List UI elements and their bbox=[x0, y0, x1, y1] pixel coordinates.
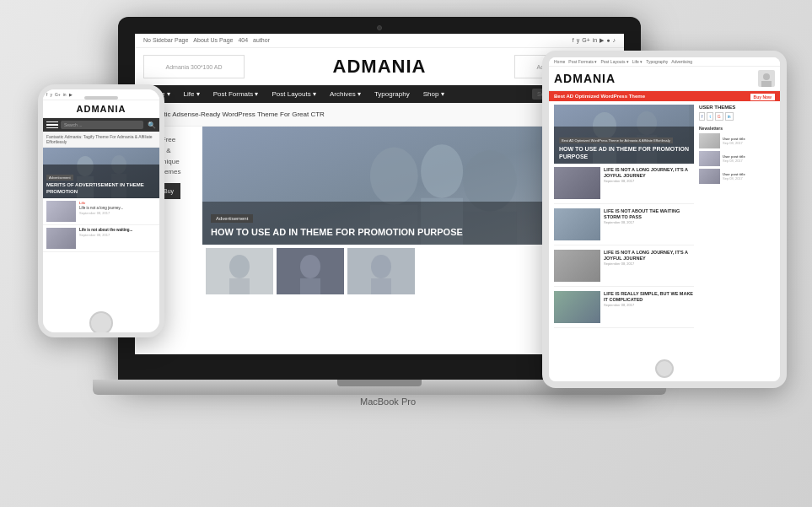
tablet-logo: ADMANIA bbox=[554, 72, 616, 85]
tablet-nav-advertising[interactable]: Advertising bbox=[671, 59, 692, 64]
tablet-nav-life[interactable]: Life ▾ bbox=[632, 59, 643, 64]
tablet-li-icon: in bbox=[725, 112, 734, 121]
tablet-user-3: User post title Sep 08, 2017 bbox=[699, 169, 775, 184]
post-thumbnail-2[interactable] bbox=[277, 248, 344, 294]
phone-search-placeholder: Search ... bbox=[64, 122, 82, 127]
hamburger-icon[interactable] bbox=[46, 121, 58, 129]
post-image-3 bbox=[347, 248, 415, 294]
instagram-icon[interactable]: ● bbox=[606, 37, 610, 44]
phone-search-bar[interactable]: Search ... bbox=[61, 121, 143, 129]
nav-item-archives[interactable]: Archives ▾ bbox=[326, 85, 364, 103]
macbook-camera bbox=[377, 25, 382, 30]
phone-search-icon[interactable]: 🔍 bbox=[148, 121, 156, 129]
header-ad-left: Admania 300*100 AD bbox=[143, 55, 245, 78]
nav-item-life[interactable]: Life ▾ bbox=[180, 85, 203, 103]
tablet-fb-icon: f bbox=[699, 112, 705, 121]
nav-item-shop[interactable]: Shop ▾ bbox=[420, 85, 448, 103]
tablet-sidebar-section: Newsletters bbox=[699, 126, 775, 131]
macbook-model-label: MacBook Pro bbox=[360, 396, 416, 407]
nav-item-post-layouts[interactable]: Post Layouts ▾ bbox=[268, 85, 319, 103]
tablet-nav-home[interactable]: Home bbox=[554, 59, 565, 64]
tablet-user-1: User post title Sep 08, 2017 bbox=[699, 133, 775, 148]
rss-icon[interactable]: ♪ bbox=[613, 37, 616, 44]
site-logo: ADMANIA bbox=[333, 56, 427, 78]
topbar-link[interactable]: 404 bbox=[238, 37, 248, 44]
topbar-social-icons: f y G+ in ▶ ● ♪ bbox=[573, 37, 616, 44]
phone-speaker bbox=[84, 96, 118, 100]
phone-gp-icon: G+ bbox=[55, 92, 61, 97]
nav-item-post-formats[interactable]: Post Formats ▾ bbox=[210, 85, 262, 103]
svg-rect-12 bbox=[300, 278, 320, 294]
tablet-home-button[interactable] bbox=[655, 359, 674, 378]
tablet-banner-text: Best AD Optimized WordPress Theme bbox=[554, 94, 645, 99]
tablet-post-thumb-1 bbox=[554, 167, 600, 199]
gplus-icon[interactable]: G+ bbox=[582, 37, 590, 44]
phone-post-info-1: Life Life is not a long journey... Septe… bbox=[79, 201, 123, 222]
tablet-user-thumb-2 bbox=[699, 151, 720, 166]
phone-fb-icon: f bbox=[46, 92, 47, 97]
svg-rect-15 bbox=[371, 278, 391, 294]
post-thumbnail-3[interactable] bbox=[347, 248, 415, 294]
tablet-screen: Home Post Formats ▾ Post Layouts ▾ Life … bbox=[549, 57, 780, 381]
tablet-sidebar: USER THEMES f t G in Newsletters User po… bbox=[699, 105, 775, 332]
tablet-gp-icon: G bbox=[715, 112, 723, 121]
tablet-featured: Best AD Optimized WordPress Theme for Ad… bbox=[554, 105, 694, 164]
site-topbar: No Sidebar Page About Us Page 404 author… bbox=[135, 34, 624, 48]
tablet-feat-title: HOW TO USE AD IN THEME FOR PROMOTION PUR… bbox=[559, 145, 689, 160]
tablet: Home Post Formats ▾ Post Layouts ▾ Life … bbox=[542, 51, 787, 388]
youtube-icon[interactable]: ▶ bbox=[600, 37, 604, 44]
phone-featured-image: Advertisement MERITS OF ADVERTISEMENT IN… bbox=[43, 148, 159, 198]
phone-logo: ADMANIA bbox=[48, 104, 154, 114]
topbar-link[interactable]: No Sidebar Page bbox=[143, 37, 188, 44]
tablet-post-meta-4: September 08, 2017 bbox=[604, 303, 694, 308]
tablet-header: ADMANIA bbox=[549, 67, 780, 91]
nav-item-typography[interactable]: Typography bbox=[371, 85, 413, 103]
tablet-user-2: User post title Sep 08, 2017 bbox=[699, 151, 775, 166]
tablet-nav-layouts[interactable]: Post Layouts ▾ bbox=[600, 59, 628, 64]
svg-point-11 bbox=[300, 255, 320, 278]
tablet-post-title-4: LIFE IS REALLY SIMPLE, BUT WE MAKE IT CO… bbox=[604, 291, 694, 303]
phone-banner: Fantastic Admania: Tagify Theme For Adma… bbox=[43, 132, 159, 148]
tablet-user-info-3: User post title Sep 08, 2017 bbox=[723, 172, 745, 181]
tablet-nav-formats[interactable]: Post Formats ▾ bbox=[568, 59, 597, 64]
tablet-tw-icon: t bbox=[707, 112, 713, 121]
tablet-post-thumb-4 bbox=[554, 291, 600, 323]
tablet-social-icons: f t G in bbox=[699, 112, 775, 121]
phone-menu-bar: Search ... 🔍 bbox=[43, 118, 159, 132]
tablet-post-info-1: LIFE IS NOT A LONG JOURNEY, IT'S A JOYFU… bbox=[604, 167, 694, 199]
linkedin-icon[interactable]: in bbox=[593, 37, 597, 44]
mobile-phone: f y G+ in ▶ ADMANIA Search ... 🔍 Fantast… bbox=[38, 84, 164, 337]
tablet-featured-overlay: Best AD Optimized WordPress Theme for Ad… bbox=[554, 127, 694, 164]
tablet-sidebar-title: USER THEMES bbox=[699, 105, 775, 110]
facebook-icon[interactable]: f bbox=[573, 37, 574, 44]
phone-featured-overlay: Advertisement MERITS OF ADVERTISEMENT IN… bbox=[43, 165, 159, 198]
tablet-banner: Best AD Optimized WordPress Theme Buy No… bbox=[549, 91, 780, 101]
twitter-icon[interactable]: y bbox=[577, 37, 580, 44]
tablet-main: Best AD Optimized WordPress Theme for Ad… bbox=[554, 105, 694, 332]
tablet-post-info-4: LIFE IS REALLY SIMPLE, BUT WE MAKE IT CO… bbox=[604, 291, 694, 323]
tablet-user-info-1: User post title Sep 08, 2017 bbox=[723, 137, 745, 145]
phone-li-icon: in bbox=[63, 92, 67, 97]
tablet-post-meta-1: September 08, 2017 bbox=[604, 179, 694, 184]
tablet-nav-typography[interactable]: Typography bbox=[646, 59, 668, 64]
tablet-post-thumb-2 bbox=[554, 208, 600, 240]
topbar-link[interactable]: About Us Page bbox=[193, 37, 233, 44]
topbar-link[interactable]: author bbox=[253, 37, 270, 44]
featured-badge: Advertisement bbox=[211, 214, 253, 223]
tablet-buy-button[interactable]: Buy Now bbox=[750, 94, 775, 100]
tablet-user-date-1: Sep 08, 2017 bbox=[723, 141, 745, 145]
tablet-post-item-4: LIFE IS REALLY SIMPLE, BUT WE MAKE IT CO… bbox=[554, 291, 694, 328]
tablet-nav-links: Home Post Formats ▾ Post Layouts ▾ Life … bbox=[554, 59, 692, 64]
phone-featured-title: MERITS OF ADVERTISEMENT IN THEME PROMOTI… bbox=[46, 182, 156, 196]
svg-point-2 bbox=[421, 144, 463, 198]
tablet-user-thumb-3 bbox=[699, 169, 720, 184]
phone-home-button[interactable] bbox=[89, 311, 113, 335]
tablet-post-thumb-3 bbox=[554, 250, 600, 282]
tablet-post-item-1: LIFE IS NOT A LONG JOURNEY, IT'S A JOYFU… bbox=[554, 167, 694, 204]
phone-post-info-2: Life is not about the waiting... Septemb… bbox=[79, 228, 132, 249]
tablet-user-date-2: Sep 08, 2017 bbox=[723, 159, 745, 163]
tablet-post-title-1: LIFE IS NOT A LONG JOURNEY, IT'S A JOYFU… bbox=[604, 167, 694, 179]
post-thumbnail-1[interactable] bbox=[206, 248, 273, 294]
phone-post-item-2: Life is not about the waiting... Septemb… bbox=[43, 225, 159, 252]
tablet-post-title-2: LIFE IS NOT ABOUT THE WAITING STORM TO P… bbox=[604, 208, 694, 220]
